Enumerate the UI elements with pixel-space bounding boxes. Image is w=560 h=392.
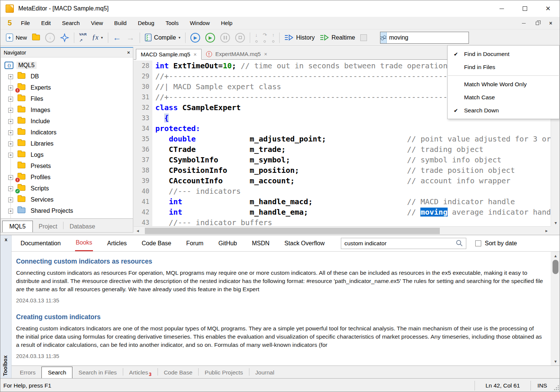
pause-button[interactable] — [218, 31, 233, 44]
bottom-tab-articles[interactable]: Articles3 — [123, 367, 158, 378]
toolbox-tab-code-base[interactable]: Code Base — [141, 236, 172, 251]
menu-edit[interactable]: Edit — [35, 17, 56, 29]
toolbox-tab-forum[interactable]: Forum — [186, 236, 204, 251]
compile-dropdown-icon[interactable]: ▾ — [178, 35, 180, 40]
menu-tools[interactable]: Tools — [160, 17, 184, 29]
scroll-up-icon[interactable]: ▴ — [551, 253, 560, 258]
tree-item-experts[interactable]: +!Experts — [1, 82, 133, 93]
fx-dropdown-icon[interactable]: ▾ — [101, 35, 103, 40]
result-title[interactable]: Connecting custom indicators as resource… — [16, 258, 543, 265]
toolbox-tab-documentation[interactable]: Documentation — [20, 236, 62, 251]
toolbox-tab-articles[interactable]: Articles — [106, 236, 127, 251]
bottom-tab-errors[interactable]: Errors — [14, 367, 41, 378]
tree-item-profiles[interactable]: +!Profiles — [1, 172, 133, 183]
tree-item-files[interactable]: +Files — [1, 93, 133, 105]
expand-icon[interactable]: + — [8, 175, 13, 180]
bottom-tab-journal[interactable]: Journal — [249, 367, 280, 378]
menu-item-search-down[interactable]: ✔Search Down — [448, 104, 559, 117]
tree-item-images[interactable]: +Images — [1, 105, 133, 116]
expand-icon[interactable]: + — [8, 97, 13, 102]
bottom-tab-public-projects[interactable]: Public Projects — [199, 367, 249, 378]
step-into-button[interactable]: ↓ — [252, 31, 260, 44]
expand-icon[interactable]: + — [8, 197, 13, 202]
expand-icon[interactable]: + — [8, 108, 13, 113]
new-button[interactable]: + New — [3, 31, 29, 44]
bottom-tab-code-base[interactable]: Code Base — [158, 367, 199, 378]
menu-file[interactable]: File — [15, 17, 35, 29]
expand-icon[interactable]: + — [8, 186, 13, 191]
menu-help[interactable]: Help — [215, 17, 238, 29]
toolbox-search-input[interactable] — [344, 240, 456, 247]
navigate-back-button[interactable]: ← — [111, 31, 124, 44]
result-title[interactable]: Creating custom indicators — [16, 313, 543, 321]
expand-icon[interactable]: + — [8, 85, 13, 90]
compile-button[interactable]: Compile ▾ — [142, 31, 183, 44]
tree-item-db[interactable]: +DB — [1, 71, 133, 82]
step-out-button[interactable]: ↑ — [270, 31, 277, 44]
expand-icon[interactable]: + — [8, 119, 13, 124]
minimize-button[interactable] — [490, 0, 513, 17]
tree-item-libraries[interactable]: +Libraries — [1, 138, 133, 149]
debug-realtime-button[interactable]: ▶ — [203, 31, 218, 44]
expand-icon[interactable]: + — [8, 153, 13, 158]
result-item[interactable]: Creating custom indicatorsCreating custo… — [16, 313, 543, 359]
realtime-button[interactable]: Realtime — [317, 31, 358, 44]
menu-window[interactable]: Window — [184, 17, 215, 29]
menu-item-find-in-document[interactable]: ✔Find in Document — [448, 47, 559, 60]
tree-item-scripts[interactable]: +✓Scripts — [1, 183, 133, 194]
toolbox-search-icon[interactable] — [456, 240, 463, 247]
toolbox-tab-github[interactable]: GitHub — [218, 236, 238, 251]
nav-tab-database[interactable]: Database — [63, 221, 101, 232]
expand-icon[interactable]: + — [8, 141, 13, 146]
insert-variable-button[interactable]: VAR↗ — [77, 31, 90, 44]
editor-tab-expertmama-mq5[interactable]: !ExpertMAMA.mq5× — [202, 49, 272, 59]
resize-grip[interactable] — [554, 386, 559, 391]
tree-item-indicators[interactable]: +Indicators — [1, 127, 133, 138]
editor-hscrollbar[interactable]: ◂ ▸ — [134, 226, 551, 235]
vscroll-thumb[interactable] — [553, 260, 559, 274]
toolbox-tab-msdn[interactable]: MSDN — [251, 236, 270, 251]
navigator-close-button[interactable]: × — [127, 50, 130, 55]
menu-item-find-in-files[interactable]: Find in Files — [448, 60, 559, 74]
history-button[interactable]: History — [282, 31, 317, 44]
menu-debug[interactable]: Debug — [132, 17, 160, 29]
search-input[interactable] — [387, 34, 469, 41]
tree-root-mql5[interactable]: { }MQL5 — [1, 60, 133, 71]
expand-icon[interactable]: + — [8, 130, 13, 135]
bottom-tab-search-in-files[interactable]: Search in Files — [72, 367, 123, 378]
search-options-button[interactable] — [380, 32, 387, 43]
toolbox-tab-books[interactable]: Books — [75, 235, 93, 251]
styler-button[interactable] — [57, 31, 72, 44]
mdi-restore-button[interactable] — [532, 19, 542, 28]
scroll-left-icon[interactable]: ◂ — [134, 228, 142, 233]
stop-button[interactable] — [233, 31, 248, 44]
expand-icon[interactable]: + — [8, 209, 13, 214]
tab-close-icon[interactable]: × — [194, 52, 197, 57]
tree-item-shared-projects[interactable]: +Shared Projects — [1, 205, 133, 217]
menu-search[interactable]: Search — [56, 17, 85, 29]
menu-item-match-case[interactable]: Match Case — [448, 91, 559, 104]
tree-item-logs[interactable]: +Logs — [1, 149, 133, 161]
nav-tab-project[interactable]: Project — [33, 221, 63, 232]
layout-toggle-button[interactable] — [358, 31, 370, 44]
scroll-down-icon[interactable]: ▾ — [551, 359, 560, 364]
sort-by-date-checkbox[interactable] — [475, 240, 481, 246]
step-over-button[interactable]: ↷ — [260, 31, 270, 44]
tree-item-presets[interactable]: Presets — [1, 161, 133, 172]
download-button[interactable]: ↓ — [43, 31, 57, 44]
navigate-forward-button[interactable]: → — [124, 31, 137, 44]
tree-item-include[interactable]: +Include — [1, 116, 133, 127]
tree-item-services[interactable]: +Services — [1, 194, 133, 205]
toolbox-close-button[interactable]: x — [0, 237, 12, 242]
editor-tab-macd-sample-mq5[interactable]: MACD Sample.mq5× — [136, 49, 202, 60]
sort-by-date-control[interactable]: Sort by date — [475, 240, 517, 247]
menu-view[interactable]: View — [85, 17, 109, 29]
menu-item-match-whole-word-only[interactable]: Match Whole Word Only — [448, 78, 559, 91]
hscroll-thumb[interactable] — [145, 228, 440, 234]
insert-function-button[interactable]: ƒx ▾ — [90, 31, 106, 44]
menu-build[interactable]: Build — [109, 17, 132, 29]
result-item[interactable]: Connecting custom indicators as resource… — [16, 258, 543, 304]
nav-tab-mql5[interactable]: MQL5 — [2, 221, 33, 232]
mdi-minimize-button[interactable] — [519, 19, 529, 28]
toolbox-tab-stack-overflow[interactable]: Stack Overflow — [284, 236, 326, 251]
